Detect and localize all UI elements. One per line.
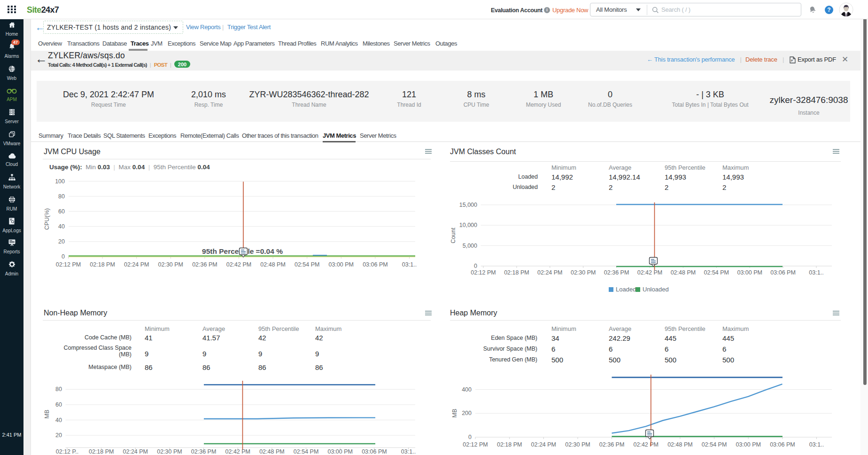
svg-text:03:00 PM: 03:00 PM xyxy=(737,269,762,276)
svg-text:03:06 PM: 03:06 PM xyxy=(363,261,388,268)
svg-text:02:48 PM: 02:48 PM xyxy=(671,269,696,276)
svg-text:MB: MB xyxy=(451,409,458,418)
svg-text:02:24 PM: 02:24 PM xyxy=(537,269,563,276)
svg-text:Count: Count xyxy=(450,228,457,243)
svg-text:03:06 PM: 03:06 PM xyxy=(770,269,796,276)
svg-text:Loaded: Loaded xyxy=(616,286,636,293)
svg-text:5,000: 5,000 xyxy=(463,243,477,249)
svg-text:03:1..: 03:1.. xyxy=(809,441,824,448)
svg-text:0: 0 xyxy=(468,434,472,440)
svg-text:02:18 PM: 02:18 PM xyxy=(497,441,522,448)
svg-text:02:30 PM: 02:30 PM xyxy=(157,448,182,455)
svg-text:03:1..: 03:1.. xyxy=(402,261,417,268)
svg-text:Unloaded: Unloaded xyxy=(643,286,669,293)
svg-text:02:18 PM: 02:18 PM xyxy=(90,261,115,268)
svg-text:10,000: 10,000 xyxy=(459,222,477,228)
svg-text:02:24 PM: 02:24 PM xyxy=(124,261,149,268)
svg-text:02:42 PM: 02:42 PM xyxy=(634,441,659,448)
svg-text:03:00 PM: 03:00 PM xyxy=(327,448,353,455)
svg-text:02:12 PM: 02:12 PM xyxy=(56,261,81,268)
svg-text:02:24 PM: 02:24 PM xyxy=(123,448,148,455)
svg-text:02:48 PM: 02:48 PM xyxy=(667,441,693,448)
svg-text:20: 20 xyxy=(55,432,62,439)
svg-text:02:12 PM: 02:12 PM xyxy=(463,441,488,448)
svg-text:02:48 PM: 02:48 PM xyxy=(259,448,285,455)
svg-text:02:42 PM: 02:42 PM xyxy=(226,261,252,268)
svg-text:02:54 PM: 02:54 PM xyxy=(704,269,729,276)
svg-text:02:30 PM: 02:30 PM xyxy=(158,261,184,268)
svg-text:80: 80 xyxy=(58,193,65,200)
svg-text:02:24 PM: 02:24 PM xyxy=(531,441,557,448)
svg-text:02:12 P..: 02:12 P.. xyxy=(56,448,78,455)
svg-text:02:30 PM: 02:30 PM xyxy=(571,269,596,276)
svg-text:03:00 PM: 03:00 PM xyxy=(736,441,761,448)
svg-text:60: 60 xyxy=(58,208,65,215)
svg-text:40: 40 xyxy=(58,223,65,230)
svg-text:02:36 PM: 02:36 PM xyxy=(191,448,217,455)
svg-text:02:54 PM: 02:54 PM xyxy=(294,448,319,455)
svg-text:400: 400 xyxy=(462,386,472,393)
svg-text:P: P xyxy=(791,59,793,62)
svg-text:02:48 PM: 02:48 PM xyxy=(260,261,286,268)
svg-text:100: 100 xyxy=(55,178,65,185)
svg-text:02:36 PM: 02:36 PM xyxy=(599,441,625,448)
svg-text:MB: MB xyxy=(44,410,50,419)
svg-text:02:42 PM: 02:42 PM xyxy=(225,448,251,455)
svg-text:02:12 PM: 02:12 PM xyxy=(471,269,496,276)
svg-text:02:54 PM: 02:54 PM xyxy=(702,441,727,448)
svg-text:03:1..: 03:1.. xyxy=(809,269,823,276)
svg-text:02:36 PM: 02:36 PM xyxy=(192,261,217,268)
svg-text:15,000: 15,000 xyxy=(459,202,477,208)
svg-text:CPU(%): CPU(%) xyxy=(44,208,50,230)
svg-text:02:42 PM: 02:42 PM xyxy=(637,269,663,276)
svg-text:02:36 PM: 02:36 PM xyxy=(604,269,629,276)
svg-text:02:30 PM: 02:30 PM xyxy=(565,441,590,448)
svg-text:03:06 PM: 03:06 PM xyxy=(362,448,387,455)
svg-text:60: 60 xyxy=(55,401,62,408)
svg-text:20: 20 xyxy=(58,238,65,245)
svg-text:02:18 PM: 02:18 PM xyxy=(504,269,529,276)
svg-text:02:54 PM: 02:54 PM xyxy=(294,261,320,268)
svg-text:03:1..: 03:1.. xyxy=(401,448,416,455)
svg-text:40: 40 xyxy=(55,417,62,424)
svg-text:80: 80 xyxy=(55,386,62,392)
svg-text:02:18 PM: 02:18 PM xyxy=(89,448,114,455)
svg-text:0: 0 xyxy=(62,253,65,260)
svg-text:200: 200 xyxy=(462,410,472,416)
svg-text:0: 0 xyxy=(474,263,477,269)
svg-text:03:00 PM: 03:00 PM xyxy=(329,261,354,268)
svg-text:03:06 PM: 03:06 PM xyxy=(770,441,795,448)
